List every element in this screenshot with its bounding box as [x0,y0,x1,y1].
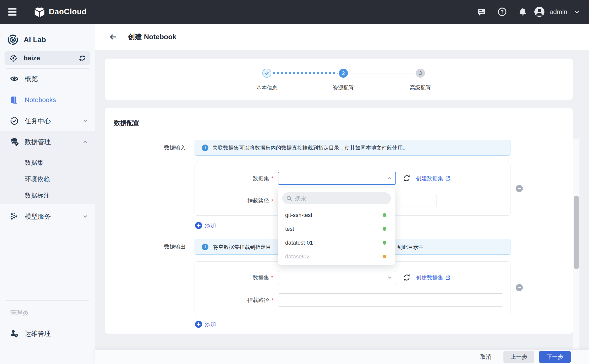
required-asterisk: * [271,175,273,181]
sidebar-item-label: 任务中心 [25,117,51,125]
ai-lab-icon [7,34,19,46]
required-asterisk: * [271,297,273,303]
dataset-select-input[interactable] [278,172,396,185]
page-header: 创建 Notebook [95,24,589,50]
stepper: 2 3 基本信息 资源配置 高级配置 [105,59,573,100]
info-icon: i [202,145,208,151]
status-dot-green [383,241,386,245]
status-dot-green [383,227,386,231]
task-check-icon [10,116,19,125]
remove-data-input-button[interactable] [516,185,523,192]
plus-icon [195,321,202,328]
topbar-actions: ? admin [466,6,580,17]
chevron-down-icon [83,214,88,219]
dropdown-options: git-ssh-test test datatest-01 dataset02 [278,208,395,263]
step-3-label: 高级配置 [393,84,448,91]
previous-step-button[interactable]: 上一步 [503,351,534,363]
swap-workspace-icon[interactable] [79,54,86,62]
data-output-label: 数据输出 [105,239,186,255]
required-asterisk: * [271,198,273,204]
check-icon [263,69,271,77]
chevron-down-icon [387,275,392,280]
brand-logo[interactable]: DaoCloud [34,6,87,18]
avatar-icon [534,6,545,17]
book-icon [10,96,19,104]
mount-path-field-label: 挂载路径* [195,197,273,204]
required-asterisk: * [271,275,273,281]
messages-icon[interactable] [476,7,487,17]
topbar: DaoCloud ? [0,0,589,24]
sidebar-subitem-label: 环境依赖 [0,175,50,183]
step-2-circle[interactable]: 2 [339,69,348,78]
baize-icon [10,54,17,62]
hamburger-menu-icon[interactable] [8,7,20,17]
sidebar-item-label: Notebooks [25,96,56,104]
sidebar-item-overview[interactable]: 概览 [0,72,95,86]
mount-path-field-label: 挂载路径* [195,296,273,304]
model-nodes-icon [10,212,19,221]
dropdown-option[interactable]: test [278,222,395,236]
scrollbar-thumb[interactable] [574,196,579,269]
external-link-icon [445,176,451,181]
dropdown-option[interactable]: datatest-01 [278,236,395,250]
plus-icon [195,222,202,229]
sidebar-item-data-management[interactable]: 数据管理 [0,135,95,149]
create-dataset-link[interactable]: 创建数据集 [416,175,451,182]
mount-path-input[interactable] [278,293,503,307]
dropdown-search[interactable] [282,192,391,204]
alert-text: 关联数据集可以将数据集内的数据直接挂载到指定目录，使其如同本地文件般使用。 [212,144,408,151]
step-1-circle[interactable] [262,69,271,78]
dataset-dropdown: git-ssh-test test datatest-01 dataset02 [278,188,395,265]
caret-down-icon [574,9,580,15]
sidebar-divider [6,300,89,301]
next-step-button[interactable]: 下一步 [539,351,571,363]
sidebar-item-model-services[interactable]: 模型服务 [0,209,95,223]
status-dot-green [383,213,386,217]
remove-data-output-button[interactable] [516,284,523,291]
data-input-alert: i 关联数据集可以将数据集内的数据直接挂载到指定目录，使其如同本地文件般使用。 [195,140,510,156]
sidebar-item-ops-management[interactable]: 运维管理 [0,327,95,341]
sidebar-item-data-annotation[interactable]: 数据标注 [0,188,95,202]
bell-icon[interactable] [518,7,528,17]
dropdown-option[interactable]: git-ssh-test [278,208,395,222]
dropdown-search-input[interactable] [295,195,378,202]
dataset-select-input[interactable] [278,271,396,284]
scrollbar-track[interactable] [573,139,579,349]
user-menu[interactable]: admin [534,6,580,17]
sidebar-divider [6,68,89,69]
cancel-button[interactable]: 取消 [480,353,491,361]
sidebar-item-label: 数据管理 [25,138,51,146]
refresh-icon[interactable] [402,273,411,282]
minus-icon [518,188,521,189]
sidebar-item-task-center[interactable]: 任务中心 [0,114,95,128]
dropdown-option-disabled[interactable]: dataset02 [278,250,395,263]
add-data-output-button[interactable]: 添加 [195,321,216,328]
data-input-label: 数据输入 [105,140,186,156]
add-button-label: 添加 [205,321,216,328]
sidebar-item-env-dependencies[interactable]: 环境依赖 [0,172,95,186]
refresh-icon[interactable] [402,174,411,183]
svg-text:?: ? [501,9,504,15]
dataset-field-label: 数据集* [195,274,273,281]
workspace-name: baize [24,54,40,62]
sidebar-item-notebooks[interactable]: Notebooks [0,93,95,107]
brand-name: DaoCloud [49,7,87,16]
create-dataset-link[interactable]: 创建数据集 [416,274,451,281]
workspace-selector[interactable]: baize [5,51,90,65]
back-arrow-icon[interactable] [109,33,117,41]
external-link-icon [445,275,451,280]
sidebar-item-datasets[interactable]: 数据集 [0,155,95,169]
chevron-up-icon [83,139,88,145]
eye-icon [10,74,19,83]
minus-icon [518,287,521,288]
sidebar: AI Lab baize [0,24,95,364]
sidebar-subitem-label: 数据标注 [0,191,50,200]
add-data-input-button[interactable]: 添加 [195,222,216,229]
main-area: 创建 Notebook 2 3 基本信息 资源配置 高级配置 数据配置 数据输入… [95,24,589,364]
sidebar-item-label: 运维管理 [25,329,51,338]
data-output-group-card: 数据集* 创建数据集 [195,261,510,315]
step-3-circle[interactable]: 3 [416,69,425,78]
app-title: AI Lab [24,36,46,44]
help-icon[interactable]: ? [497,7,507,17]
step-1-label: 基本信息 [239,84,294,91]
